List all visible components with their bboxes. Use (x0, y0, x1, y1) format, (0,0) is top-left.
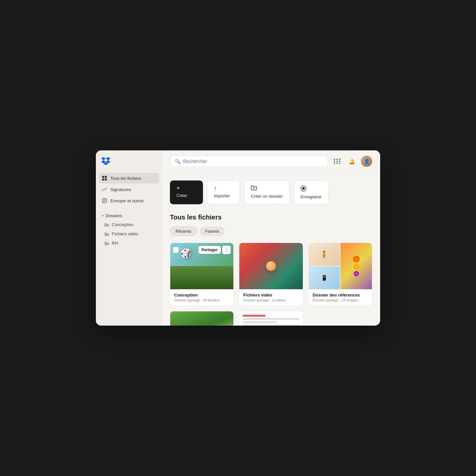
card-checkbox-conception[interactable] (173, 247, 179, 253)
folders-section-header[interactable]: ▾ Dossiers (99, 211, 159, 220)
sidebar-item-signatures-label: Signatures (110, 187, 131, 192)
all-files-icon (102, 176, 107, 181)
ref-item-3: 📱 (309, 266, 340, 289)
svg-rect-2 (102, 178, 104, 180)
folder-plus-icon (251, 185, 257, 192)
svg-rect-3 (105, 178, 107, 180)
file-card-document[interactable] (239, 311, 303, 326)
sidebar-item-all-files[interactable]: Tous les fichiers (99, 173, 159, 183)
file-name-conception: Conception (174, 293, 229, 298)
search-icon: 🔍 (175, 159, 180, 164)
sidebar-item-send-track-label: Envoyer et suivre (110, 198, 143, 203)
file-info-references: Dossier des références Dossier partagé ·… (309, 289, 372, 305)
sidebar-nav: Tous les fichiers Signatures Envoyer et … (96, 173, 162, 206)
signatures-icon (102, 187, 107, 192)
ref-item-1: 🧍 (309, 243, 340, 266)
share-button-conception[interactable]: Partager (198, 246, 221, 254)
folder-icon-fichiers-video (104, 232, 109, 236)
action-buttons: + Créer ↑ Importer Créer un dossier (170, 180, 372, 204)
sidebar: Tous les fichiers Signatures Envoyer et … (96, 150, 162, 326)
search-input[interactable] (183, 159, 323, 164)
chevron-down-icon: ▾ (102, 214, 103, 218)
filter-tab-recent[interactable]: Récents (170, 226, 197, 236)
notifications-button[interactable]: 🔔 (346, 156, 358, 167)
import-button[interactable]: ↑ Importer (207, 180, 240, 204)
main-content: 🔍 🔔 👤 (162, 150, 380, 326)
grid-view-button[interactable] (332, 156, 343, 167)
upload-icon: ↑ (214, 185, 217, 191)
avatar-initials: 👤 (364, 159, 370, 164)
thumbnail-nature (170, 311, 233, 326)
file-name-fichiers-video: Fichiers vidéo (243, 293, 298, 298)
plus-icon: + (177, 185, 180, 191)
files-grid: Partager ⋮ Conception Dossier partagé · … (170, 243, 372, 326)
ref-item-2 (340, 243, 372, 289)
card-overlay-conception: Partager ⋮ (173, 246, 231, 254)
create-folder-label: Créer un dossier (251, 194, 283, 199)
file-meta-fichiers-video: Dossier partagé · 3 vidéos (243, 298, 298, 302)
svg-rect-0 (102, 176, 104, 178)
folder-icon-conception (104, 222, 109, 227)
create-label: Créer (177, 193, 187, 198)
logo (96, 157, 162, 173)
svg-rect-1 (105, 176, 107, 178)
sidebar-folder-fichiers-video[interactable]: Fichiers vidéo (101, 229, 159, 238)
create-folder-button[interactable]: Créer un dossier (244, 180, 290, 204)
folder-fichiers-video-label: Fichiers vidéo (112, 231, 138, 236)
file-info-conception: Conception Dossier partagé · 34 fichiers (170, 289, 233, 305)
sidebar-item-signatures[interactable]: Signatures (99, 184, 159, 195)
file-card-fichiers-video[interactable]: Fichiers vidéo Dossier partagé · 3 vidéo… (239, 243, 303, 306)
folder-conception-label: Conception (112, 222, 134, 227)
doc-lines (243, 315, 299, 326)
file-name-references: Dossier des références (313, 293, 368, 298)
import-label: Importer (214, 193, 230, 198)
page-body: + Créer ↑ Importer Créer un dossier (162, 173, 380, 326)
svg-point-6 (302, 187, 305, 190)
sidebar-folder-rh[interactable]: RH (101, 239, 159, 248)
thumbnail-references: 🧍 📱 (309, 243, 372, 289)
grid-dots-icon (334, 159, 341, 164)
folder-rh-label: RH (112, 241, 118, 246)
sidebar-item-all-files-label: Tous les fichiers (110, 176, 141, 181)
file-card-nature[interactable] (170, 311, 234, 326)
record-icon (300, 185, 306, 192)
filter-tab-favorites[interactable]: Favoris (200, 226, 225, 236)
card-actions-conception: Partager ⋮ (198, 246, 231, 254)
file-card-conception[interactable]: Partager ⋮ Conception Dossier partagé · … (170, 243, 234, 306)
doc-line-1 (243, 318, 299, 320)
more-button-conception[interactable]: ⋮ (222, 246, 231, 254)
file-meta-references: Dossier partagé · 13 images (313, 298, 368, 302)
bell-icon: 🔔 (349, 158, 355, 165)
sidebar-folder-conception[interactable]: Conception (101, 220, 159, 229)
sidebar-item-send-track[interactable]: Envoyer et suivre (99, 195, 159, 206)
files-section-title: Tous les fichiers (170, 214, 372, 221)
doc-line-2 (243, 321, 277, 323)
send-track-icon (102, 198, 107, 203)
folder-list: Conception Fichiers vidéo RH (99, 220, 159, 248)
folder-icon-rh (104, 241, 109, 246)
file-card-references[interactable]: 🧍 📱 (308, 243, 372, 306)
filter-tabs: Récents Favoris (170, 226, 372, 236)
search-bar[interactable]: 🔍 (170, 156, 328, 167)
record-button[interactable]: Enregistrer (294, 180, 329, 204)
app-window: Tous les fichiers Signatures Envoyer et … (96, 150, 380, 326)
thumbnail-fichiers-video (239, 243, 302, 289)
file-info-fichiers-video: Fichiers vidéo Dossier partagé · 3 vidéo… (239, 289, 302, 305)
header: 🔍 🔔 👤 (162, 150, 380, 173)
thumbnail-document (239, 311, 302, 326)
folders-section: ▾ Dossiers Conception Fichiers vidéo (96, 211, 162, 248)
doc-line-accent (243, 315, 265, 317)
avatar[interactable]: 👤 (361, 156, 372, 167)
video-orb (266, 261, 276, 271)
file-meta-conception: Dossier partagé · 34 fichiers (174, 298, 229, 302)
create-button[interactable]: + Créer (170, 180, 203, 204)
doc-line-3 (243, 325, 299, 326)
folders-section-label: Dossiers (105, 213, 122, 218)
header-actions: 🔔 👤 (332, 156, 372, 167)
record-label: Enregistrer (300, 194, 322, 199)
